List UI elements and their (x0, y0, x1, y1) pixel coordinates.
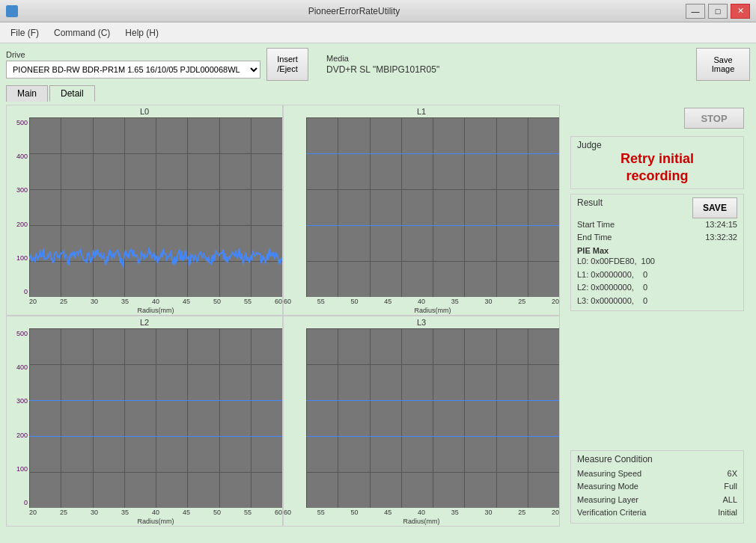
measure-criteria-value: Initial (718, 506, 737, 520)
blue-line-L2 (29, 400, 282, 401)
v-grid-line (306, 117, 307, 297)
content-area: L0 500 400 300 200 100 0 (6, 105, 750, 527)
pie-max-L1: L1: 0x0000000, 0 (577, 269, 737, 282)
menu-file[interactable]: File (F) (3, 25, 46, 41)
chart-L2-xlabel: Radius(mm) (29, 517, 282, 526)
judge-line1: Retry initial (621, 151, 694, 166)
chart-L2-plot (29, 328, 282, 508)
media-value: DVD+R SL "MBIPG101R05" (326, 64, 439, 75)
charts-area: L0 500 400 300 200 100 0 (6, 105, 564, 527)
chart-L0-xaxis: 20 25 30 35 40 45 50 55 60 (29, 297, 282, 306)
measure-mode-row: Measuring Mode Full (577, 480, 737, 494)
start-time-value: 13:24:15 (705, 218, 737, 232)
chart-L1-title: L1 (284, 105, 559, 117)
window-controls: — □ ✕ (686, 4, 750, 19)
measure-speed-label: Measuring Speed (577, 467, 641, 481)
tabs-row: Main Detail (6, 85, 750, 102)
chart-L0-plot (29, 117, 282, 297)
chart-L1-inner: 500 400 300 200 100 0 (284, 117, 559, 297)
measure-speed-row: Measuring Speed 6X (577, 467, 737, 481)
pie-max-label: PIE Max (577, 246, 737, 255)
v-grid-line (528, 117, 528, 297)
stop-button[interactable]: STOP (684, 108, 744, 129)
save-image-button[interactable]: SaveImage (696, 48, 750, 81)
result-section: Result SAVE Start Time 13:24:15 End Time… (570, 194, 744, 312)
chart-L1-plot (306, 117, 559, 297)
blue-line-L2-2 (29, 436, 282, 437)
v-grid-line (93, 328, 94, 508)
tab-main[interactable]: Main (6, 85, 48, 102)
maximize-button[interactable]: □ (708, 4, 728, 19)
measure-criteria-row: Verification Criteria Initial (577, 506, 737, 520)
measure-layer-row: Measuring Layer ALL (577, 494, 737, 507)
v-grid-line (370, 117, 371, 297)
start-time-label: Start Time (577, 218, 615, 232)
chart-L3-inner: 500 400 300 200 100 0 (284, 328, 559, 508)
v-grid-line (306, 328, 307, 508)
end-time-label: End Time (577, 231, 612, 245)
v-grid-line (464, 328, 465, 508)
menu-bar: File (F) Command (C) Help (H) (0, 22, 756, 43)
v-grid-line (338, 328, 338, 508)
result-label: Result (577, 197, 603, 208)
top-section: Drive PIONEER BD-RW BDR-PR1M 1.65 16/10/… (6, 48, 750, 81)
blue-line-L3-2 (306, 436, 559, 437)
chart-L0-title: L0 (7, 105, 282, 117)
v-grid-line (29, 328, 30, 508)
measure-mode-label: Measuring Mode (577, 480, 638, 494)
minimize-button[interactable]: — (686, 4, 705, 19)
v-grid-line (496, 328, 497, 508)
chart-L2-title: L2 (7, 316, 282, 328)
chart-L2-inner: 500 400 300 200 100 0 (7, 328, 282, 508)
menu-command[interactable]: Command (C) (46, 25, 118, 41)
measure-layer-value: ALL (722, 494, 737, 507)
pie-max-L0: L0: 0x00FDE80, 100 (577, 255, 737, 269)
blue-line-L3 (306, 400, 559, 401)
end-time-value: 13:32:32 (705, 231, 737, 245)
chart-L3-xaxis: 60 55 50 45 40 35 30 25 20 (284, 508, 559, 517)
app-icon (6, 5, 18, 17)
stop-row: STOP (570, 108, 744, 132)
v-grid-line (187, 328, 188, 508)
chart-L2-yaxis: 500 400 300 200 100 0 (7, 328, 29, 508)
measure-label: Measure Condition (577, 454, 737, 464)
judge-label: Judge (577, 140, 602, 150)
v-grid-line (464, 117, 465, 297)
measure-mode-value: Full (724, 480, 737, 494)
menu-help[interactable]: Help (H) (118, 25, 166, 41)
drive-section: Drive PIONEER BD-RW BDR-PR1M 1.65 16/10/… (6, 50, 260, 79)
judge-line2: recording (626, 168, 688, 183)
v-grid-line (496, 117, 497, 297)
end-time-row: End Time 13:32:32 (577, 231, 737, 245)
v-grid-line (401, 117, 402, 297)
drive-select[interactable]: PIONEER BD-RW BDR-PR1M 1.65 16/10/05 PJD… (6, 61, 260, 79)
insert-eject-button[interactable]: Insert/Eject (266, 48, 308, 81)
v-grid-line (219, 328, 220, 508)
chart-L0-xlabel: Radius(mm) (29, 306, 282, 315)
drive-label: Drive (6, 50, 260, 59)
noise-waveform-L0 (29, 117, 282, 297)
title-bar: PioneerErrorRateUtility — □ ✕ (0, 0, 756, 22)
chart-L3-xlabel: Radius(mm) (284, 517, 559, 526)
save-button[interactable]: SAVE (692, 197, 737, 218)
chart-L3: L3 500 400 300 200 100 0 (283, 316, 560, 527)
pie-max-L2: L2: 0x0000000, 0 (577, 281, 737, 295)
judge-section: Judge Retry initial recording (570, 136, 744, 189)
blue-line-L1 (306, 153, 559, 154)
tab-detail[interactable]: Detail (49, 85, 95, 102)
media-label: Media (326, 54, 439, 63)
v-grid-line (156, 328, 156, 508)
v-grid-line (370, 328, 371, 508)
v-grid-line (338, 117, 338, 297)
close-button[interactable]: ✕ (731, 4, 750, 19)
chart-L0-yaxis: 500 400 300 200 100 0 (7, 117, 29, 297)
blue-line-L1-2 (306, 225, 559, 226)
measure-section: Measure Condition Measuring Speed 6X Mea… (570, 450, 744, 524)
main-content: Drive PIONEER BD-RW BDR-PR1M 1.65 16/10/… (0, 43, 756, 543)
v-grid-line (124, 328, 125, 508)
chart-L0: L0 500 400 300 200 100 0 (6, 105, 283, 316)
judge-value: Retry initial recording (577, 150, 737, 185)
chart-L1-xaxis: 60 55 50 45 40 35 30 25 20 (284, 297, 559, 306)
measure-criteria-label: Verification Criteria (577, 506, 646, 520)
chart-L3-plot (306, 328, 559, 508)
